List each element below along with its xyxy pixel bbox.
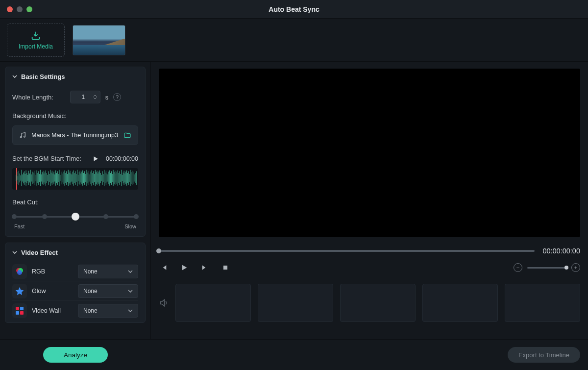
clip-slot[interactable]: [505, 284, 580, 322]
svg-rect-93: [98, 173, 98, 182]
svg-rect-36: [47, 173, 47, 183]
svg-rect-99: [103, 174, 103, 182]
whole-length-input[interactable]: 1: [70, 91, 100, 103]
clip-slot[interactable]: [422, 284, 498, 322]
folder-icon[interactable]: [123, 131, 132, 139]
svg-rect-117: [119, 171, 120, 185]
step-down-icon[interactable]: [93, 97, 97, 100]
svg-rect-9: [22, 174, 23, 182]
play-icon[interactable]: [92, 155, 99, 162]
clip-slot[interactable]: [258, 284, 333, 322]
titlebar: Auto Beat Sync: [0, 0, 588, 19]
svg-rect-109: [112, 174, 113, 182]
svg-rect-135: [135, 173, 136, 183]
svg-rect-84: [90, 174, 90, 182]
svg-point-139: [17, 270, 22, 275]
zoom-out-button[interactable]: −: [514, 263, 522, 272]
analyze-button[interactable]: Analyze: [43, 347, 108, 363]
progress-playhead[interactable]: [156, 248, 161, 253]
svg-rect-94: [98, 172, 99, 184]
basic-settings-panel: Basic Settings Whole Length: 1 s ? Backg…: [5, 67, 146, 237]
svg-rect-131: [132, 171, 132, 185]
svg-rect-46: [55, 171, 56, 186]
svg-rect-63: [71, 173, 71, 182]
prev-frame-button[interactable]: [159, 263, 169, 272]
svg-rect-129: [130, 170, 130, 186]
svg-rect-13: [26, 171, 26, 186]
maximize-window-button[interactable]: [26, 6, 32, 12]
playback-timecode: 00:00:00:00: [542, 247, 580, 255]
svg-rect-5: [19, 171, 19, 185]
svg-rect-124: [125, 172, 126, 184]
video-effect-header[interactable]: Video Effect: [12, 243, 138, 262]
svg-rect-39: [49, 174, 49, 182]
svg-rect-102: [106, 171, 106, 185]
svg-rect-35: [46, 171, 46, 186]
svg-rect-24: [36, 175, 36, 181]
stop-button[interactable]: [220, 263, 230, 272]
svg-rect-16: [28, 171, 29, 185]
svg-rect-91: [96, 172, 97, 184]
svg-rect-25: [37, 171, 37, 186]
clip-slot[interactable]: [340, 284, 416, 322]
svg-rect-71: [78, 175, 78, 181]
playback-progress[interactable]: [159, 250, 535, 252]
svg-rect-140: [16, 307, 19, 310]
bgm-start-label: Set the BGM Start Time:: [12, 155, 81, 162]
bgm-waveform[interactable]: [12, 168, 138, 190]
bg-music-row[interactable]: Manos Mars - The Tunning.mp3: [12, 125, 138, 145]
svg-rect-29: [40, 170, 41, 186]
svg-rect-7: [21, 175, 21, 181]
svg-rect-60: [68, 170, 69, 186]
svg-rect-30: [41, 174, 42, 182]
svg-rect-26: [37, 173, 38, 183]
zoom-slider-thumb[interactable]: [564, 266, 568, 270]
svg-rect-97: [101, 175, 102, 181]
zoom-slider[interactable]: [527, 267, 566, 269]
svg-rect-89: [94, 174, 95, 182]
zoom-in-button[interactable]: +: [571, 263, 580, 272]
svg-rect-76: [82, 171, 83, 186]
window-controls: [7, 6, 32, 12]
beat-cut-slider[interactable]: Fast Slow: [12, 211, 138, 229]
svg-rect-130: [131, 172, 131, 184]
svg-rect-98: [102, 171, 103, 185]
export-to-timeline-button[interactable]: Export to Timeline: [508, 347, 580, 363]
next-frame-button[interactable]: [200, 263, 210, 272]
svg-rect-47: [56, 173, 57, 183]
glow-select[interactable]: None: [78, 284, 138, 298]
media-thumbnail[interactable]: [73, 25, 125, 55]
video-wall-select[interactable]: None: [78, 304, 138, 318]
svg-rect-43: [53, 173, 53, 182]
bg-music-label: Background Music:: [12, 112, 138, 120]
rgb-select[interactable]: None: [78, 265, 138, 278]
minimize-window-button[interactable]: [17, 6, 23, 12]
whole-length-label: Whole Length:: [12, 94, 53, 101]
svg-rect-59: [67, 174, 68, 182]
svg-rect-123: [124, 173, 125, 182]
effect-label: Video Wall: [32, 307, 73, 314]
chevron-down-icon: [128, 308, 133, 313]
play-button[interactable]: [179, 263, 189, 272]
video-viewport[interactable]: [159, 69, 580, 237]
svg-rect-114: [117, 172, 117, 184]
svg-rect-80: [86, 170, 86, 186]
svg-rect-19: [31, 174, 32, 182]
svg-rect-32: [43, 171, 43, 185]
effect-row-glow: Glow None: [12, 281, 138, 301]
beat-cut-slider-thumb[interactable]: [72, 213, 79, 221]
svg-rect-21: [33, 173, 33, 183]
svg-rect-73: [80, 171, 80, 185]
close-window-button[interactable]: [7, 6, 13, 12]
speaker-icon[interactable]: [159, 298, 169, 308]
svg-rect-105: [108, 172, 109, 184]
svg-rect-72: [79, 172, 79, 184]
clip-slot[interactable]: [175, 284, 251, 322]
svg-rect-18: [30, 170, 31, 186]
svg-rect-78: [84, 171, 85, 185]
help-icon[interactable]: ?: [113, 93, 121, 101]
svg-rect-31: [42, 172, 43, 184]
effect-row-video-wall: Video Wall None: [12, 301, 138, 321]
basic-settings-header[interactable]: Basic Settings: [12, 67, 138, 86]
import-media-button[interactable]: Import Media: [7, 24, 65, 57]
